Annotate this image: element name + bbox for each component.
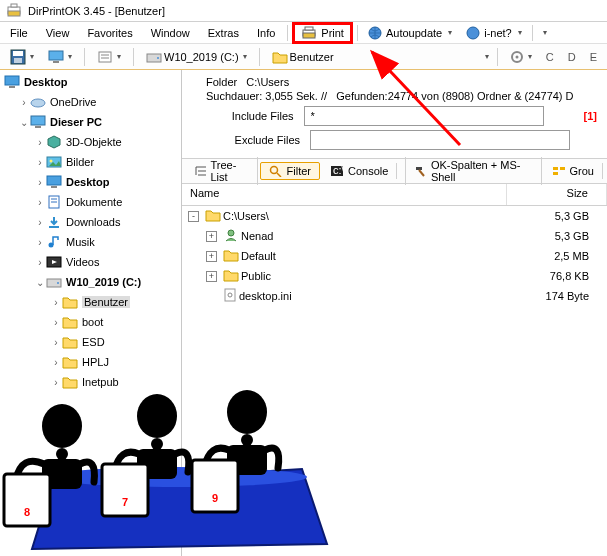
tree-item[interactable]: ›Videos bbox=[0, 252, 181, 272]
chevron-down-icon[interactable]: ▾ bbox=[543, 28, 547, 37]
tree-item[interactable]: ⌄W10_2019 (C:) bbox=[0, 272, 181, 292]
folder-tree[interactable]: Desktop ›OneDrive⌄Dieser PC›3D-Objekte›B… bbox=[0, 70, 182, 556]
search-icon bbox=[269, 165, 283, 177]
svg-rect-23 bbox=[31, 116, 45, 125]
drive-e[interactable]: E bbox=[586, 51, 601, 63]
exclude-label: Exclude Files bbox=[220, 134, 300, 146]
menu-info[interactable]: Info bbox=[249, 25, 283, 41]
list-row[interactable]: +Default2,5 MB bbox=[182, 246, 607, 266]
tree-item[interactable]: ›Musik bbox=[0, 232, 181, 252]
tree-item[interactable]: ›Inetpub bbox=[0, 372, 181, 392]
expand-icon[interactable]: ⌄ bbox=[18, 117, 30, 128]
menu-window[interactable]: Window bbox=[143, 25, 198, 41]
tree-item[interactable]: ›ESD bbox=[0, 332, 181, 352]
expand-icon[interactable]: › bbox=[34, 137, 46, 148]
chevron-down-icon: ▾ bbox=[448, 28, 452, 37]
tree-item[interactable]: ›OneDrive bbox=[0, 92, 181, 112]
svg-text:c:\: c:\ bbox=[333, 165, 344, 176]
chevron-down-icon[interactable]: ▾ bbox=[485, 52, 489, 61]
drive-selector[interactable]: W10_2019 (C:)▾ bbox=[142, 49, 251, 65]
tree-item[interactable]: ›Bilder bbox=[0, 152, 181, 172]
expand-icon[interactable]: › bbox=[50, 317, 62, 328]
include-files-input[interactable] bbox=[304, 106, 544, 126]
expand-toggle[interactable]: + bbox=[206, 251, 217, 262]
menu-file[interactable]: File bbox=[2, 25, 36, 41]
folder-selector[interactable]: Benutzer bbox=[268, 49, 338, 65]
tab-okspalten[interactable]: OK-Spalten + MS-Shell bbox=[405, 157, 541, 185]
svg-rect-13 bbox=[99, 52, 111, 62]
monitor-button[interactable]: ▾ bbox=[44, 49, 76, 65]
folder-icon bbox=[62, 354, 78, 370]
tree-item[interactable]: ›Benutzer bbox=[0, 292, 181, 312]
svg-point-26 bbox=[50, 160, 53, 163]
expand-icon[interactable]: › bbox=[34, 197, 46, 208]
tree-item[interactable]: ›3D-Objekte bbox=[0, 132, 181, 152]
drive-c[interactable]: C bbox=[542, 51, 558, 63]
folder-icon bbox=[223, 248, 239, 264]
hard-disk-icon bbox=[146, 50, 162, 64]
menubar: File View Favorites Window Extras Info P… bbox=[0, 22, 607, 44]
list-row[interactable]: desktop.ini174 Byte bbox=[182, 286, 607, 306]
tab-group[interactable]: Grou bbox=[544, 163, 603, 179]
tree-item[interactable]: ›HPLJ bbox=[0, 352, 181, 372]
separator bbox=[287, 25, 288, 41]
exclude-files-input[interactable] bbox=[310, 130, 570, 150]
menu-autoupdate[interactable]: Autoupdate▾ bbox=[362, 24, 458, 42]
tree-item[interactable]: ⌄Dieser PC bbox=[0, 112, 181, 132]
expand-icon[interactable]: › bbox=[50, 357, 62, 368]
list-header[interactable]: Name Size bbox=[182, 184, 607, 206]
menu-extras[interactable]: Extras bbox=[200, 25, 247, 41]
expand-icon[interactable]: › bbox=[34, 237, 46, 248]
cloud-icon bbox=[30, 94, 46, 110]
tab-console[interactable]: c:\Console bbox=[322, 163, 397, 179]
save-button[interactable]: ▾ bbox=[6, 48, 38, 66]
tab-treelist[interactable]: Tree-List bbox=[186, 157, 258, 185]
tab-filter[interactable]: Filter bbox=[260, 162, 320, 180]
tree-item[interactable]: ›Dokumente bbox=[0, 192, 181, 212]
expand-icon[interactable]: › bbox=[34, 157, 46, 168]
divider bbox=[259, 48, 260, 66]
config-button[interactable]: ▾ bbox=[506, 49, 536, 65]
3d-icon bbox=[46, 134, 62, 150]
music-icon bbox=[46, 234, 62, 250]
tree-item[interactable]: ›Downloads bbox=[0, 212, 181, 232]
expand-toggle[interactable]: + bbox=[206, 231, 217, 242]
expand-icon[interactable]: › bbox=[34, 177, 46, 188]
tree-item[interactable]: ›boot bbox=[0, 312, 181, 332]
toolbar: ▾ ▾ ▾ W10_2019 (C:)▾ Benutzer ▾ ▾ C D E bbox=[0, 44, 607, 70]
include-label: Include Files bbox=[220, 110, 294, 122]
tree-root[interactable]: Desktop bbox=[0, 72, 181, 92]
tree-item[interactable]: ›Desktop bbox=[0, 172, 181, 192]
folder-icon bbox=[62, 334, 78, 350]
app-icon bbox=[6, 3, 22, 19]
file-list[interactable]: Name Size -C:\Users\5,3 GB+Nenad5,3 GB+D… bbox=[182, 184, 607, 556]
downloads-icon bbox=[46, 214, 62, 230]
expand-icon[interactable]: › bbox=[18, 97, 30, 108]
expand-icon[interactable]: › bbox=[50, 377, 62, 388]
col-name[interactable]: Name bbox=[182, 184, 507, 205]
svg-point-50 bbox=[228, 230, 234, 236]
list-row[interactable]: +Public76,8 KB bbox=[182, 266, 607, 286]
svg-rect-47 bbox=[553, 167, 558, 170]
list-row[interactable]: -C:\Users\5,3 GB bbox=[182, 206, 607, 226]
expand-toggle[interactable]: - bbox=[188, 211, 199, 222]
expand-icon[interactable]: ⌄ bbox=[34, 277, 46, 288]
print-button-highlight[interactable]: Print bbox=[292, 22, 353, 44]
svg-rect-9 bbox=[13, 51, 23, 56]
list-row[interactable]: +Nenad5,3 GB bbox=[182, 226, 607, 246]
menu-inet[interactable]: i-net?▾ bbox=[460, 24, 528, 42]
folder-icon bbox=[205, 208, 221, 224]
expand-toggle[interactable]: + bbox=[206, 271, 217, 282]
expand-icon[interactable]: › bbox=[50, 337, 62, 348]
options-button[interactable]: ▾ bbox=[93, 49, 125, 65]
docs-icon bbox=[46, 194, 62, 210]
col-size[interactable]: Size bbox=[507, 184, 607, 205]
desktop-icon bbox=[46, 174, 62, 190]
menu-favorites[interactable]: Favorites bbox=[79, 25, 140, 41]
expand-icon[interactable]: › bbox=[50, 297, 62, 308]
expand-icon[interactable]: › bbox=[34, 217, 46, 228]
drive-d[interactable]: D bbox=[564, 51, 580, 63]
svg-rect-1 bbox=[8, 11, 20, 16]
menu-view[interactable]: View bbox=[38, 25, 78, 41]
expand-icon[interactable]: › bbox=[34, 257, 46, 268]
